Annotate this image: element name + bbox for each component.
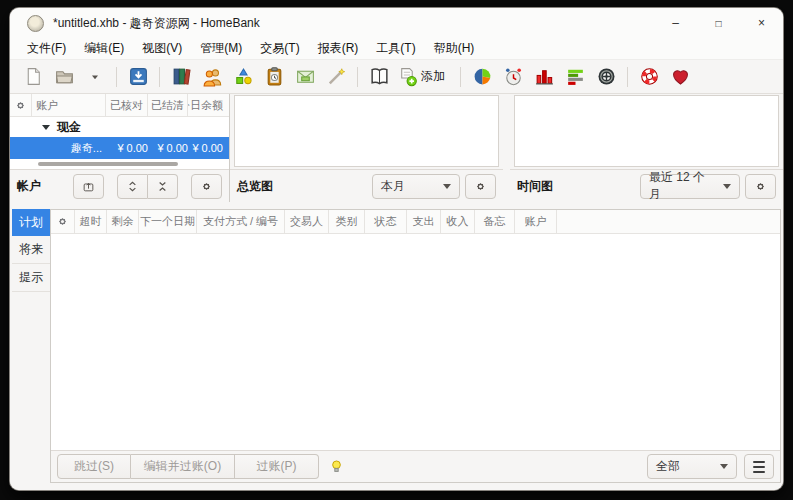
save-icon xyxy=(128,66,149,87)
column-header-status[interactable]: 状态 xyxy=(365,210,407,233)
side-tabs: 计划 将来 提示 xyxy=(12,209,50,483)
manage-archives-button[interactable] xyxy=(259,63,289,90)
time-label: 时间图 xyxy=(517,178,553,195)
minimize-button[interactable]: – xyxy=(654,8,697,38)
new-file-button[interactable] xyxy=(18,63,48,90)
popout-icon xyxy=(82,180,95,193)
account-footer-label: 帐户 xyxy=(17,178,41,195)
menu-view[interactable]: 视图(V) xyxy=(133,38,191,59)
tab-scheduled[interactable]: 计划 xyxy=(12,209,50,236)
open-file-button[interactable] xyxy=(49,63,79,90)
menu-reports[interactable]: 报表(R) xyxy=(309,38,368,59)
maximize-button[interactable]: □ xyxy=(697,8,740,38)
column-header-today[interactable]: 今日余额 xyxy=(188,94,229,116)
toolbar-separator xyxy=(627,67,628,87)
toolbar-separator xyxy=(460,67,461,87)
toolbar-separator xyxy=(159,67,160,87)
report-balance-button[interactable] xyxy=(529,63,559,90)
account-name: 趣奇... xyxy=(10,141,106,156)
post-button[interactable]: 过账(P) xyxy=(235,454,319,479)
column-header-memo[interactable]: 备忘 xyxy=(475,210,515,233)
skip-button[interactable]: 跳过(S) xyxy=(57,454,131,479)
close-button[interactable]: × xyxy=(740,8,783,38)
caret-down-icon xyxy=(723,184,731,189)
tab-future[interactable]: 将来 xyxy=(12,236,50,264)
menu-manage[interactable]: 管理(M) xyxy=(191,38,251,59)
account-panel: 账户 已核对 已结清 今日余额 现金 趣奇... ¥ 0.00 ¥ 0.00 ¥… xyxy=(10,94,230,202)
gear-icon xyxy=(56,215,69,228)
report-budget-button[interactable] xyxy=(560,63,590,90)
time-range-dropdown[interactable]: 最近 12 个月 xyxy=(640,174,740,199)
menu-transactions[interactable]: 交易(T) xyxy=(251,38,308,59)
show-ledger-button[interactable] xyxy=(364,63,394,90)
trendtime-clock-icon xyxy=(503,66,524,87)
column-options-button[interactable] xyxy=(51,210,75,233)
manage-accounts-button[interactable] xyxy=(166,63,196,90)
donate-button[interactable] xyxy=(665,63,695,90)
column-options-button[interactable] xyxy=(10,94,32,116)
expander-icon xyxy=(42,125,50,130)
help-button[interactable] xyxy=(634,63,664,90)
paned-divider[interactable] xyxy=(503,94,510,202)
column-header-overdue[interactable]: 超时 xyxy=(75,210,107,233)
column-header-income[interactable]: 收入 xyxy=(441,210,475,233)
report-trendtime-button[interactable] xyxy=(498,63,528,90)
scheduled-actions-group: 跳过(S) 编辑并过账(O) 过账(P) xyxy=(57,454,319,479)
column-header-expense[interactable]: 支出 xyxy=(407,210,441,233)
filter-value: 全部 xyxy=(656,458,680,475)
toolbar: 添加 xyxy=(10,59,783,94)
menu-hamburger-button[interactable] xyxy=(744,454,774,479)
column-header-account[interactable]: 账户 xyxy=(515,210,557,233)
menubar: 文件(F) 编辑(E) 视图(V) 管理(M) 交易(T) 报表(R) 工具(T… xyxy=(10,38,783,59)
collapse-all-button[interactable] xyxy=(148,174,178,199)
time-settings-button[interactable] xyxy=(745,174,776,199)
window-controls: – □ × xyxy=(654,8,783,38)
column-header-nextdate[interactable]: 下一个日期 xyxy=(139,210,197,233)
homebank-app-icon xyxy=(27,15,44,32)
overview-settings-button[interactable] xyxy=(465,174,496,199)
manage-budget-button[interactable] xyxy=(290,63,320,90)
expand-all-button[interactable] xyxy=(117,174,148,199)
column-header-remaining[interactable]: 剩余 xyxy=(107,210,139,233)
expand-all-icon xyxy=(126,180,139,193)
column-header-payee[interactable]: 交易人 xyxy=(285,210,329,233)
manage-payees-button[interactable] xyxy=(197,63,227,90)
add-transaction-button[interactable]: 添加 xyxy=(395,63,454,90)
caret-down-icon xyxy=(443,184,451,189)
column-header-account[interactable]: 账户 xyxy=(32,94,106,116)
time-chart-area xyxy=(514,95,779,167)
report-vehicle-button[interactable] xyxy=(591,63,621,90)
overview-range-dropdown[interactable]: 本月 xyxy=(372,174,460,199)
menu-file[interactable]: 文件(F) xyxy=(18,38,75,59)
open-recent-button[interactable] xyxy=(80,63,110,90)
column-header-reconciled[interactable]: 已核对 xyxy=(106,94,148,116)
report-statistics-button[interactable] xyxy=(467,63,497,90)
manage-categories-button[interactable] xyxy=(228,63,258,90)
edit-and-post-button[interactable]: 编辑并过账(O) xyxy=(131,454,235,479)
save-button[interactable] xyxy=(123,63,153,90)
new-file-icon xyxy=(23,66,44,87)
account-tree: 现金 趣奇... ¥ 0.00 ¥ 0.00 ¥ 0.00 xyxy=(10,117,229,169)
menu-edit[interactable]: 编辑(E) xyxy=(75,38,133,59)
categories-shapes-icon xyxy=(233,66,254,87)
horizontal-scrollbar[interactable] xyxy=(38,162,178,166)
menu-tools[interactable]: 工具(T) xyxy=(367,38,424,59)
top-section: 账户 已核对 已结清 今日余额 现金 趣奇... ¥ 0.00 ¥ 0.00 ¥… xyxy=(10,94,783,202)
open-account-window-button[interactable] xyxy=(73,174,104,199)
column-header-payment[interactable]: 支付方式 / 编号 xyxy=(197,210,285,233)
hamburger-icon xyxy=(753,461,765,473)
account-today-amount: ¥ 0.00 xyxy=(188,142,229,154)
filter-dropdown[interactable]: 全部 xyxy=(647,454,737,479)
column-header-cleared[interactable]: 已结清 xyxy=(148,94,188,116)
scheduled-table-body xyxy=(51,234,780,450)
column-header-category[interactable]: 类别 xyxy=(329,210,365,233)
menu-help[interactable]: 帮助(H) xyxy=(425,38,484,59)
account-row-selected[interactable]: 趣奇... ¥ 0.00 ¥ 0.00 ¥ 0.00 xyxy=(10,137,229,159)
account-group-row[interactable]: 现金 xyxy=(10,117,229,137)
gear-icon xyxy=(200,180,213,193)
account-settings-button[interactable] xyxy=(191,174,222,199)
gear-icon xyxy=(754,180,767,193)
lower-section: 计划 将来 提示 超时 剩余 下一个日期 支付方式 / 编号 交易人 类别 状态… xyxy=(10,202,783,490)
tab-tips[interactable]: 提示 xyxy=(12,264,50,292)
manage-assignments-button[interactable] xyxy=(321,63,351,90)
